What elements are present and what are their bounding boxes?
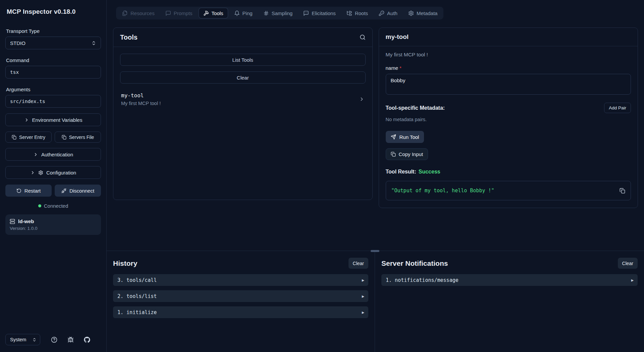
folder-tree-icon: [346, 10, 352, 16]
bug-icon[interactable]: [67, 337, 74, 343]
tab-label: Sampling: [272, 10, 293, 16]
transport-label: Transport Type: [6, 28, 101, 34]
copy-icon: [62, 135, 66, 140]
copy-input-button[interactable]: Copy Input: [386, 148, 428, 160]
chevron-right-icon: [33, 152, 38, 157]
required-marker: *: [399, 65, 401, 71]
theme-select[interactable]: System: [5, 334, 40, 345]
tab-label: Resources: [130, 10, 155, 16]
param-name-row: name*: [386, 65, 631, 71]
expand-play-icon: ▶: [362, 278, 364, 283]
tab-elicitations[interactable]: Elicitations: [299, 8, 340, 18]
history-item-label: 1. initialize: [117, 309, 157, 315]
sidebar-footer: System: [5, 334, 101, 345]
history-item[interactable]: 3. tools/call ▶: [113, 274, 368, 286]
disconnect-label: Disconnect: [69, 188, 94, 194]
tab-roots[interactable]: Roots: [342, 8, 372, 18]
configuration-label: Configuration: [46, 170, 76, 175]
tab-label: Roots: [355, 10, 368, 16]
app-title: MCP Inspector v0.18.0: [7, 8, 100, 15]
clear-notifications-button[interactable]: Clear: [618, 258, 638, 269]
help-icon[interactable]: [51, 337, 57, 343]
tool-detail-panel: my-tool My first MCP tool ! name* Bobby …: [379, 28, 638, 208]
tab-auth[interactable]: Auth: [374, 8, 402, 18]
history-item[interactable]: 1. initialize ▶: [113, 306, 368, 318]
servers-file-button[interactable]: Servers File: [55, 132, 101, 143]
restart-button[interactable]: Restart: [5, 185, 52, 197]
tab-sampling[interactable]: Sampling: [259, 8, 297, 18]
restart-label: Restart: [24, 188, 41, 194]
server-icon: [10, 219, 15, 224]
status-dot: [38, 204, 41, 207]
history-item-label: 2. tools/list: [117, 293, 157, 299]
search-icon[interactable]: [360, 34, 366, 40]
list-tools-button[interactable]: List Tools: [120, 54, 366, 66]
expand-play-icon: ▶: [362, 294, 364, 299]
chevrons-up-down-icon: [91, 41, 96, 46]
authentication-label: Authentication: [41, 152, 73, 157]
tab-label: Elicitations: [312, 10, 336, 16]
chevron-right-icon: [30, 170, 35, 175]
tool-description: My first MCP tool !: [121, 101, 161, 106]
clear-tools-button[interactable]: Clear: [120, 71, 366, 84]
tab-metadata[interactable]: Metadata: [404, 8, 442, 18]
no-metadata-text: No metadata pairs.: [386, 117, 631, 122]
command-input[interactable]: tsx: [5, 66, 101, 79]
param-name-label: name: [386, 65, 398, 71]
copy-icon: [391, 152, 396, 157]
arguments-input[interactable]: src/index.ts: [5, 95, 101, 108]
copy-input-label: Copy Input: [399, 151, 423, 157]
environment-variables-button[interactable]: Environment Variables: [5, 113, 101, 126]
transport-field: Transport Type STDIO: [5, 28, 101, 49]
run-tool-button[interactable]: Run Tool: [386, 131, 424, 143]
metadata-row: Tool-specific Metadata: Add Pair: [386, 103, 631, 113]
chevron-right-icon: [359, 96, 365, 102]
tool-list-item[interactable]: my-tool My first MCP tool !: [120, 92, 366, 106]
param-name-input[interactable]: Bobby: [386, 74, 631, 95]
tool-result-status: Success: [419, 169, 440, 174]
tab-label: Prompts: [174, 10, 193, 16]
notification-item[interactable]: 1. notifications/message ▶: [381, 274, 638, 286]
github-icon[interactable]: [84, 337, 90, 343]
history-pane: History Clear 3. tools/call ▶ 2. tools/l…: [107, 251, 375, 352]
servers-file-label: Servers File: [69, 135, 94, 140]
tab-prompts[interactable]: Prompts: [161, 8, 197, 18]
tab-label: Ping: [243, 10, 253, 16]
resize-handle[interactable]: [371, 250, 379, 252]
server-entry-button[interactable]: Server Entry: [5, 132, 52, 143]
server-notifications-title: Server Notifications: [381, 259, 448, 267]
server-config-buttons: Server Entry Servers File: [5, 132, 101, 143]
history-item[interactable]: 2. tools/list ▶: [113, 290, 368, 302]
connection-actions: Restart Disconnect: [5, 185, 101, 197]
bottom-panes: History Clear 3. tools/call ▶ 2. tools/l…: [107, 251, 644, 352]
tool-output-text: "Output of my tool, hello Bobby !": [391, 188, 494, 194]
tools-panel: Tools List Tools Clear my-tool My first …: [113, 28, 373, 200]
server-notifications-pane: Server Notifications Clear 1. notificati…: [375, 251, 644, 352]
arguments-label: Arguments: [6, 87, 101, 92]
copy-output-icon[interactable]: [620, 188, 625, 194]
status-label: Connected: [44, 203, 68, 209]
tool-detail-title: my-tool: [386, 33, 409, 41]
tab-tools[interactable]: Tools: [199, 8, 228, 18]
clear-history-button[interactable]: Clear: [348, 258, 368, 269]
tab-label: Metadata: [417, 10, 438, 16]
tools-panel-title: Tools: [120, 34, 138, 41]
tab-label: Tools: [212, 10, 223, 16]
command-field: Command tsx: [5, 57, 101, 79]
transport-select[interactable]: STDIO: [5, 37, 101, 49]
arguments-field: Arguments src/index.ts: [5, 87, 101, 108]
add-pair-button[interactable]: Add Pair: [604, 103, 631, 113]
transport-value: STDIO: [10, 40, 25, 46]
configuration-button[interactable]: Configuration: [5, 166, 101, 179]
disconnect-button[interactable]: Disconnect: [55, 185, 101, 197]
environment-variables-label: Environment Variables: [32, 117, 83, 123]
run-tool-label: Run Tool: [399, 134, 419, 140]
files-icon: [122, 10, 128, 16]
tab-ping[interactable]: Ping: [230, 8, 257, 18]
tab-resources[interactable]: Resources: [118, 8, 159, 18]
authentication-button[interactable]: Authentication: [5, 148, 101, 161]
tabs-list: Resources Prompts Tools Ping Sampling: [116, 7, 443, 19]
expand-play-icon: ▶: [631, 278, 634, 283]
mcp-inspector-app: MCP Inspector v0.18.0 Transport Type STD…: [0, 0, 644, 352]
send-icon: [391, 134, 396, 140]
